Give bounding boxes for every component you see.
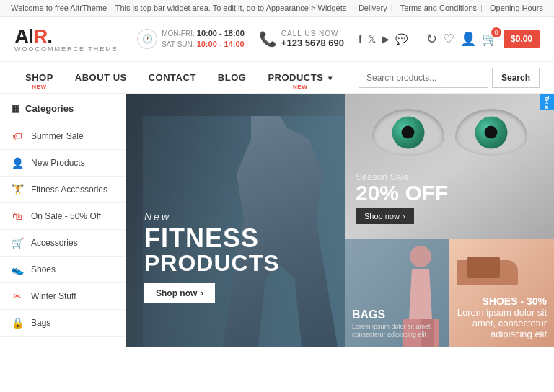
nav-search: Search <box>359 68 540 88</box>
hero-shop-now-button[interactable]: Shop now › <box>144 283 215 303</box>
phone-info: 📞 CALL US NOW +123 5678 690 <box>259 30 344 48</box>
account-icon[interactable]: 👤 <box>460 31 476 47</box>
phone-icon: 📞 <box>259 30 277 48</box>
season-sale-content: Season Sale 20% OFF Shop now › <box>356 172 448 224</box>
sidebar-item-accessories[interactable]: 🛒 Accessories <box>0 230 126 257</box>
clock-icon: 🕐 <box>137 29 157 49</box>
nav-shop[interactable]: SHOP NEW <box>14 62 64 93</box>
nav-blog[interactable]: BLOG <box>207 62 258 93</box>
whatsapp-icon[interactable]: 💬 <box>395 33 408 45</box>
lock-icon: 🔒 <box>11 317 24 329</box>
cart-small-icon: 🛒 <box>11 237 24 249</box>
shoe-icon: 👟 <box>11 264 24 275</box>
main-content: ▦ Categories 🏷 Summer Sale 👤 New Product… <box>0 94 554 347</box>
sidebar-header: ▦ Categories <box>0 94 126 123</box>
delivery-link[interactable]: Delivery <box>359 4 387 12</box>
nav-bar: SHOP NEW ABOUT US CONTACT BLOG PRODUCTS … <box>0 62 554 94</box>
right-iris <box>475 116 507 148</box>
sidebar-item-winter[interactable]: ✂ Winter Stuff <box>0 283 126 310</box>
logo-subtext: WooCommerce Theme <box>14 45 118 53</box>
person-head <box>410 246 431 267</box>
nav-about[interactable]: ABOUT US <box>64 62 138 93</box>
sidebar: ▦ Categories 🏷 Summer Sale 👤 New Product… <box>0 94 126 347</box>
person-icon: 👤 <box>11 157 24 169</box>
bag-icon: 🛍 <box>11 210 24 222</box>
hours-link[interactable]: Opening Hours <box>490 4 543 12</box>
right-pupil <box>485 126 498 139</box>
topbar-left: Welcome to free AltrTheme <box>11 4 107 12</box>
eyes-container <box>345 109 554 156</box>
hero-bottom-row: BAGS Lorem ipsum dolor sit amet, consect… <box>345 239 554 347</box>
cart-badge: 0 <box>491 27 502 38</box>
header-actions: ↻ ♡ 👤 🛒 0 $0.00 <box>426 30 540 48</box>
sidebar-item-bags[interactable]: 🔒 Bags <box>0 310 126 337</box>
cart-button[interactable]: $0.00 <box>504 30 540 48</box>
hero-bags-banner[interactable]: BAGS Lorem ipsum dolor sit amet, consect… <box>345 239 449 347</box>
topbar-center: This is top bar widget area. To edit it,… <box>115 4 347 12</box>
logo[interactable]: AlR. WooCommerce Theme <box>14 25 118 53</box>
terms-link[interactable]: Terms and Conditions <box>400 4 477 12</box>
scissors-icon: ✂ <box>11 290 24 302</box>
top-bar: Welcome to free AltrTheme This is top ba… <box>0 0 554 17</box>
cart-wrapper: 🛒 0 <box>482 31 498 47</box>
shoe-upper <box>467 257 500 278</box>
header-middle: 🕐 MON-FRI: 10:00 - 18:00 SAT-SUN: 10:00 … <box>137 28 407 50</box>
wishlist-icon[interactable]: ♡ <box>443 31 454 47</box>
tera-badge[interactable]: Tera <box>540 94 554 110</box>
topbar-right: Delivery | Terms and Conditions | Openin… <box>355 4 543 12</box>
left-iris <box>392 116 424 148</box>
left-pupil <box>402 126 415 139</box>
twitter-icon[interactable]: 𝕏 <box>368 33 376 45</box>
arrow-icon: › <box>201 288 203 298</box>
hero-season-banner: Season Sale 20% OFF Shop now › Tera <box>345 94 554 239</box>
search-button[interactable]: Search <box>492 68 540 88</box>
grid-icon: ▦ <box>11 103 19 114</box>
schedule-info: 🕐 MON-FRI: 10:00 - 18:00 SAT-SUN: 10:00 … <box>137 28 245 50</box>
tag-icon: 🏷 <box>11 130 24 142</box>
left-eye <box>372 109 444 156</box>
arrow-icon: › <box>403 212 405 220</box>
sidebar-item-fitness[interactable]: 🏋 Fitness Accessories <box>0 177 126 203</box>
season-shop-now-button[interactable]: Shop now › <box>356 208 414 224</box>
schedule-text: MON-FRI: 10:00 - 18:00 SAT-SUN: 10:00 - … <box>162 28 245 50</box>
sidebar-item-onsale[interactable]: 🛍 On Sale - 50% Off <box>0 203 126 230</box>
search-input[interactable] <box>359 68 488 88</box>
hero-area: New FITNESS PRODUCTS Shop now › <box>126 94 554 347</box>
right-eye <box>455 109 527 156</box>
social-links: f 𝕏 ▶ 💬 <box>359 33 408 45</box>
nav-contact[interactable]: CONTACT <box>138 62 207 93</box>
facebook-icon[interactable]: f <box>359 33 362 45</box>
hero-shoes-banner[interactable]: SHOES - 30% Lorem ipsum dolor sit amet, … <box>449 239 554 347</box>
sidebar-item-new-products[interactable]: 👤 New Products <box>0 150 126 177</box>
shoes-content: SHOES - 30% Lorem ipsum dolor sit amet, … <box>449 295 547 339</box>
hero-main-content: New FITNESS PRODUCTS Shop now › <box>144 211 280 303</box>
sidebar-item-summer-sale[interactable]: 🏷 Summer Sale <box>0 123 126 150</box>
hero-main-banner: New FITNESS PRODUCTS Shop now › <box>126 94 345 347</box>
nav-products[interactable]: PRODUCTS ▾ NEW <box>257 62 343 93</box>
sidebar-item-shoes[interactable]: 👟 Shoes <box>0 257 126 283</box>
dropdown-arrow-icon: ▾ <box>328 74 333 82</box>
refresh-icon[interactable]: ↻ <box>426 31 437 47</box>
header: AlR. WooCommerce Theme 🕐 MON-FRI: 10:00 … <box>0 17 554 62</box>
youtube-icon[interactable]: ▶ <box>382 33 390 45</box>
hero-right: Season Sale 20% OFF Shop now › Tera <box>345 94 554 347</box>
hero-row1: New FITNESS PRODUCTS Shop now › <box>126 94 554 347</box>
bags-content: BAGS Lorem ipsum dolor sit amet, consect… <box>352 308 449 339</box>
shoes-image <box>457 249 522 293</box>
nav-links: SHOP NEW ABOUT US CONTACT BLOG PRODUCTS … <box>14 62 343 93</box>
fitness-icon: 🏋 <box>11 184 24 195</box>
